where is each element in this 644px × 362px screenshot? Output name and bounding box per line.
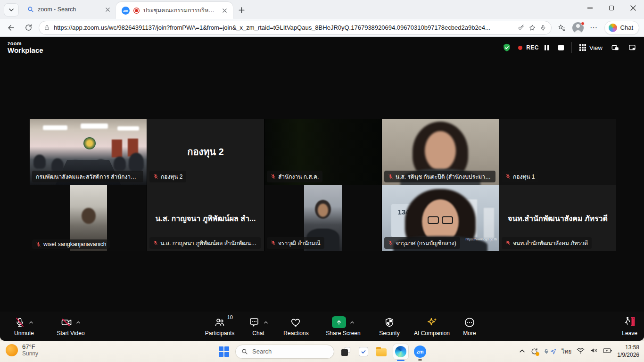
more-button[interactable]: More [454,316,485,337]
muted-mic-icon [153,240,158,246]
voice-search-mic-icon[interactable] [540,25,546,31]
browser-menu-button[interactable]: ⋯ [587,21,601,34]
minimize-button[interactable] [579,0,601,16]
tray-expand-button[interactable] [519,347,525,356]
tab-close-icon[interactable] [221,7,228,14]
video-tile-fund2[interactable]: กองทุน 2 กองทุน 2 [147,119,264,185]
share-screen-button[interactable]: Share Screen [317,316,370,337]
tab-search-button[interactable] [4,3,19,16]
lock-icon[interactable] [44,25,50,31]
favorite-star-icon[interactable] [528,24,536,32]
chat-button[interactable]: Chat [241,316,275,337]
new-tab-button[interactable] [235,3,248,16]
weather-widget[interactable]: 67°F Sunny [6,343,38,357]
copilot-label: Chat [620,24,633,31]
video-tile-meeting-room[interactable]: กรมพัฒนาสังคมและสวัสดิการ สำนักงานคณะ... [30,119,147,185]
video-tile-wiset[interactable]: wiset sangkanjanavanich [30,185,147,251]
zoom-favicon: zm [122,7,130,15]
participant-name: กองทุน 1 [513,172,535,181]
unmute-options-chevron[interactable] [29,320,33,325]
participant-name: สำนักงาน ก.ส.ค. [278,172,319,181]
security-label: Security [379,330,399,337]
mic-in-use-indicator[interactable] [544,348,556,354]
task-view-button[interactable] [339,345,352,358]
refresh-icon [25,24,33,32]
close-button[interactable] [622,0,644,16]
video-tile-pattarawadee[interactable]: จนท.สำนักพัฒนาสังคม ภัทรวดี จนท.สำนักพัฒ… [499,185,616,251]
leave-label: Leave [622,330,637,337]
participant-name-tag: น.ส. รดินุช กันตะปีดิ (สำนักงบประมาณ) [384,171,495,182]
meeting-secure-shield-icon[interactable] [502,43,512,52]
clock-time: 13:58 [617,344,639,352]
copilot-chat-button[interactable]: Chat [604,21,639,35]
edge-browser-button[interactable] [393,344,409,360]
recording-dot-icon [518,46,522,50]
picture-in-picture-button[interactable] [611,43,619,52]
volume-muted-button[interactable] [590,347,598,356]
maximize-icon [609,6,614,10]
profile-avatar[interactable] [572,22,584,33]
update-pending-button[interactable] [530,347,538,355]
participants-button[interactable]: 10 Participants [198,316,241,337]
taskbar-search[interactable]: Search [235,345,334,359]
participant-name: จราวุฒิ อำนักมณี [278,239,321,247]
url-text[interactable]: https://app.zoom.us/wc/98264391137/join?… [54,24,514,31]
refresh-button[interactable] [22,21,35,34]
video-tile-jarawut[interactable]: จราวุฒิ อำนักมณี [264,185,381,251]
video-tile-radinuch[interactable]: น.ส. รดินุช กันตะปีดิ (สำนักงบประมาณ) [382,119,499,185]
keyboard-language-button[interactable]: ไทย [561,347,571,356]
participant-name: wiset sangkanjanavanich [43,241,106,247]
stop-recording-button[interactable] [558,45,564,50]
more-ellipsis-icon [464,317,475,328]
reactions-label: Reactions [283,330,308,337]
video-options-chevron[interactable] [76,320,81,325]
video-tile-ksc-office[interactable]: สำนักงาน ก.ส.ค. [264,119,381,185]
video-tile-fund1[interactable]: กองทุน 1 [499,119,616,185]
muted-mic-icon [36,242,41,247]
pause-recording-button[interactable] [545,45,549,50]
wifi-button[interactable] [577,347,585,356]
file-explorer-button[interactable] [375,345,388,358]
chat-options-chevron[interactable] [264,320,268,325]
share-options-chevron[interactable] [350,320,355,325]
weather-temp: 67°F [22,343,38,350]
share-screen-icon [332,316,346,328]
participant-name: กรมพัฒนาสังคมและสวัสดิการ สำนักงานคณะ... [36,172,140,181]
windows-logo-icon [219,346,229,357]
minimize-icon [587,8,593,8]
maximize-button[interactable] [601,0,622,16]
wifi-icon [577,347,585,354]
start-button[interactable] [217,345,231,358]
zoom-app-button[interactable]: zm [413,344,427,360]
tab-close-icon[interactable] [104,6,111,13]
ai-companion-button[interactable]: AI Companion [409,316,454,337]
view-button[interactable]: View [579,44,603,51]
url-field[interactable]: https://app.zoom.us/wc/98264391137/join?… [39,21,552,35]
reactions-button[interactable]: Reactions [275,316,317,337]
leave-button[interactable]: Leave [622,316,637,337]
back-button[interactable] [5,21,18,34]
browser-window: zoom - Search zm ประชุมคณะกรรมการบริหารก… [0,0,644,341]
chat-label: Chat [252,330,264,337]
video-tile-kanjana[interactable]: น.ส. กาญจนา ภูพิพัฒน์ผล สำ... น.ส. กาญจน… [147,185,264,251]
start-video-button[interactable]: Start Video [45,316,96,337]
video-tile-jarumas[interactable]: 134 https://www.cgd.go.th จารุมาศ (กรมบั… [382,185,499,251]
folder-icon [376,348,387,356]
favorites-hub-button[interactable] [555,21,569,34]
sunny-weather-icon [6,344,18,356]
key-icon[interactable] [518,24,525,31]
todo-app-button[interactable] [357,345,370,358]
taskbar-clock[interactable]: 13:58 1/9/2026 [617,344,639,359]
tab-zoom-search[interactable]: zoom - Search [22,1,116,17]
location-in-use-icon [550,348,556,354]
unmute-button[interactable]: Unmute [3,316,45,337]
security-button[interactable]: Security [370,316,409,337]
tab-zoom-meeting[interactable]: zm ประชุมคณะกรรมการบริหารกองทุน [116,2,233,19]
participant-name: น.ส. รดินุช กันตะปีดิ (สำนักงบประมาณ) [396,172,492,181]
minimize-window-button[interactable] [628,43,636,52]
participant-name: จารุมาศ (กรมบัญชีกลาง) [396,239,456,247]
more-label: More [463,330,476,337]
battery-button[interactable] [603,347,612,356]
notification-dot [581,22,585,25]
tab-title: ประชุมคณะกรรมการบริหารกองทุน [143,6,217,15]
